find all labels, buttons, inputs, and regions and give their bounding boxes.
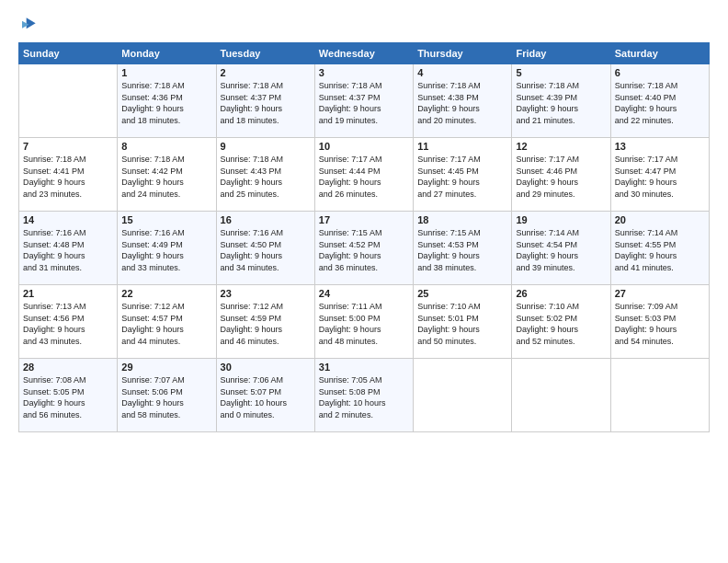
day-cell: 9Sunrise: 7:18 AMSunset: 4:43 PMDaylight… [216, 138, 314, 212]
day-info: Sunrise: 7:06 AMSunset: 5:07 PMDaylight:… [221, 374, 311, 420]
day-cell: 21Sunrise: 7:13 AMSunset: 4:56 PMDayligh… [19, 285, 118, 359]
logo-icon [20, 15, 39, 33]
day-info: Sunrise: 7:15 AMSunset: 4:53 PMDaylight:… [417, 227, 507, 273]
day-number: 29 [121, 362, 211, 373]
day-cell: 28Sunrise: 7:08 AMSunset: 5:05 PMDayligh… [19, 359, 118, 432]
calendar-table: SundayMondayTuesdayWednesdayThursdayFrid… [18, 42, 710, 432]
day-cell: 19Sunrise: 7:14 AMSunset: 4:54 PMDayligh… [512, 212, 610, 285]
day-info: Sunrise: 7:16 AMSunset: 4:50 PMDaylight:… [221, 227, 311, 273]
day-number: 30 [221, 362, 311, 373]
day-number: 17 [319, 214, 409, 225]
day-cell: 2Sunrise: 7:18 AMSunset: 4:37 PMDaylight… [216, 64, 314, 138]
day-number: 5 [516, 67, 606, 78]
day-info: Sunrise: 7:12 AMSunset: 4:59 PMDaylight:… [221, 301, 311, 347]
header-cell-sunday: Sunday [19, 43, 118, 64]
day-cell: 10Sunrise: 7:17 AMSunset: 4:44 PMDayligh… [314, 138, 413, 212]
day-cell: 5Sunrise: 7:18 AMSunset: 4:39 PMDaylight… [512, 64, 610, 138]
day-cell: 8Sunrise: 7:18 AMSunset: 4:42 PMDaylight… [118, 138, 216, 212]
day-info: Sunrise: 7:17 AMSunset: 4:44 PMDaylight:… [319, 154, 409, 200]
day-number: 3 [319, 67, 409, 78]
day-info: Sunrise: 7:18 AMSunset: 4:37 PMDaylight:… [319, 80, 409, 126]
day-number: 20 [615, 214, 705, 225]
week-row-3: 14Sunrise: 7:16 AMSunset: 4:48 PMDayligh… [19, 212, 710, 285]
day-number: 22 [121, 288, 211, 299]
day-cell: 4Sunrise: 7:18 AMSunset: 4:38 PMDaylight… [414, 64, 512, 138]
day-info: Sunrise: 7:11 AMSunset: 5:00 PMDaylight:… [319, 301, 409, 347]
day-cell: 13Sunrise: 7:17 AMSunset: 4:47 PMDayligh… [610, 138, 709, 212]
week-row-1: 1Sunrise: 7:18 AMSunset: 4:36 PMDaylight… [19, 64, 710, 138]
day-number: 4 [417, 67, 507, 78]
day-number: 16 [221, 214, 311, 225]
day-number: 7 [23, 141, 113, 152]
day-info: Sunrise: 7:05 AMSunset: 5:08 PMDaylight:… [319, 374, 409, 420]
logo [18, 15, 39, 33]
day-number: 25 [417, 288, 507, 299]
day-cell [414, 359, 512, 432]
day-info: Sunrise: 7:18 AMSunset: 4:42 PMDaylight:… [121, 154, 211, 200]
day-info: Sunrise: 7:09 AMSunset: 5:03 PMDaylight:… [615, 301, 705, 347]
day-info: Sunrise: 7:17 AMSunset: 4:47 PMDaylight:… [615, 154, 705, 200]
day-number: 13 [615, 141, 705, 152]
header-cell-thursday: Thursday [414, 43, 512, 64]
calendar-header: SundayMondayTuesdayWednesdayThursdayFrid… [19, 43, 710, 64]
day-cell: 30Sunrise: 7:06 AMSunset: 5:07 PMDayligh… [216, 359, 314, 432]
day-cell: 22Sunrise: 7:12 AMSunset: 4:57 PMDayligh… [118, 285, 216, 359]
day-info: Sunrise: 7:16 AMSunset: 4:48 PMDaylight:… [23, 227, 113, 273]
header-row: SundayMondayTuesdayWednesdayThursdayFrid… [19, 43, 710, 64]
week-row-4: 21Sunrise: 7:13 AMSunset: 4:56 PMDayligh… [19, 285, 710, 359]
header [18, 15, 710, 33]
day-cell: 24Sunrise: 7:11 AMSunset: 5:00 PMDayligh… [314, 285, 413, 359]
day-number: 27 [615, 288, 705, 299]
day-info: Sunrise: 7:18 AMSunset: 4:36 PMDaylight:… [121, 80, 211, 126]
header-cell-saturday: Saturday [610, 43, 709, 64]
day-number: 26 [516, 288, 606, 299]
day-number: 10 [319, 141, 409, 152]
day-cell: 7Sunrise: 7:18 AMSunset: 4:41 PMDaylight… [19, 138, 118, 212]
week-row-2: 7Sunrise: 7:18 AMSunset: 4:41 PMDaylight… [19, 138, 710, 212]
day-info: Sunrise: 7:17 AMSunset: 4:45 PMDaylight:… [417, 154, 507, 200]
day-cell: 3Sunrise: 7:18 AMSunset: 4:37 PMDaylight… [314, 64, 413, 138]
calendar-body: 1Sunrise: 7:18 AMSunset: 4:36 PMDaylight… [19, 64, 710, 432]
header-cell-wednesday: Wednesday [314, 43, 413, 64]
day-cell: 15Sunrise: 7:16 AMSunset: 4:49 PMDayligh… [118, 212, 216, 285]
day-info: Sunrise: 7:16 AMSunset: 4:49 PMDaylight:… [121, 227, 211, 273]
week-row-5: 28Sunrise: 7:08 AMSunset: 5:05 PMDayligh… [19, 359, 710, 432]
day-info: Sunrise: 7:12 AMSunset: 4:57 PMDaylight:… [121, 301, 211, 347]
day-cell: 29Sunrise: 7:07 AMSunset: 5:06 PMDayligh… [118, 359, 216, 432]
day-cell: 25Sunrise: 7:10 AMSunset: 5:01 PMDayligh… [414, 285, 512, 359]
day-info: Sunrise: 7:08 AMSunset: 5:05 PMDaylight:… [23, 374, 113, 420]
day-cell: 11Sunrise: 7:17 AMSunset: 4:45 PMDayligh… [414, 138, 512, 212]
day-cell [610, 359, 709, 432]
day-info: Sunrise: 7:18 AMSunset: 4:43 PMDaylight:… [221, 154, 311, 200]
day-info: Sunrise: 7:18 AMSunset: 4:39 PMDaylight:… [516, 80, 606, 126]
day-cell: 14Sunrise: 7:16 AMSunset: 4:48 PMDayligh… [19, 212, 118, 285]
day-number: 18 [417, 214, 507, 225]
day-info: Sunrise: 7:10 AMSunset: 5:01 PMDaylight:… [417, 301, 507, 347]
day-cell: 6Sunrise: 7:18 AMSunset: 4:40 PMDaylight… [610, 64, 709, 138]
header-cell-tuesday: Tuesday [216, 43, 314, 64]
day-number: 9 [221, 141, 311, 152]
day-info: Sunrise: 7:18 AMSunset: 4:40 PMDaylight:… [615, 80, 705, 126]
day-cell: 18Sunrise: 7:15 AMSunset: 4:53 PMDayligh… [414, 212, 512, 285]
day-info: Sunrise: 7:17 AMSunset: 4:46 PMDaylight:… [516, 154, 606, 200]
day-cell: 20Sunrise: 7:14 AMSunset: 4:55 PMDayligh… [610, 212, 709, 285]
day-info: Sunrise: 7:07 AMSunset: 5:06 PMDaylight:… [121, 374, 211, 420]
day-cell: 23Sunrise: 7:12 AMSunset: 4:59 PMDayligh… [216, 285, 314, 359]
calendar-page: SundayMondayTuesdayWednesdayThursdayFrid… [0, 0, 728, 563]
day-cell [512, 359, 610, 432]
day-info: Sunrise: 7:18 AMSunset: 4:37 PMDaylight:… [221, 80, 311, 126]
day-number: 19 [516, 214, 606, 225]
day-cell: 1Sunrise: 7:18 AMSunset: 4:36 PMDaylight… [118, 64, 216, 138]
day-number: 31 [319, 362, 409, 373]
svg-marker-0 [27, 17, 36, 29]
day-number: 6 [615, 67, 705, 78]
day-cell: 27Sunrise: 7:09 AMSunset: 5:03 PMDayligh… [610, 285, 709, 359]
day-number: 28 [23, 362, 113, 373]
day-info: Sunrise: 7:14 AMSunset: 4:55 PMDaylight:… [615, 227, 705, 273]
day-number: 14 [23, 214, 113, 225]
day-cell: 12Sunrise: 7:17 AMSunset: 4:46 PMDayligh… [512, 138, 610, 212]
day-info: Sunrise: 7:13 AMSunset: 4:56 PMDaylight:… [23, 301, 113, 347]
day-info: Sunrise: 7:10 AMSunset: 5:02 PMDaylight:… [516, 301, 606, 347]
day-number: 1 [121, 67, 211, 78]
day-number: 23 [221, 288, 311, 299]
